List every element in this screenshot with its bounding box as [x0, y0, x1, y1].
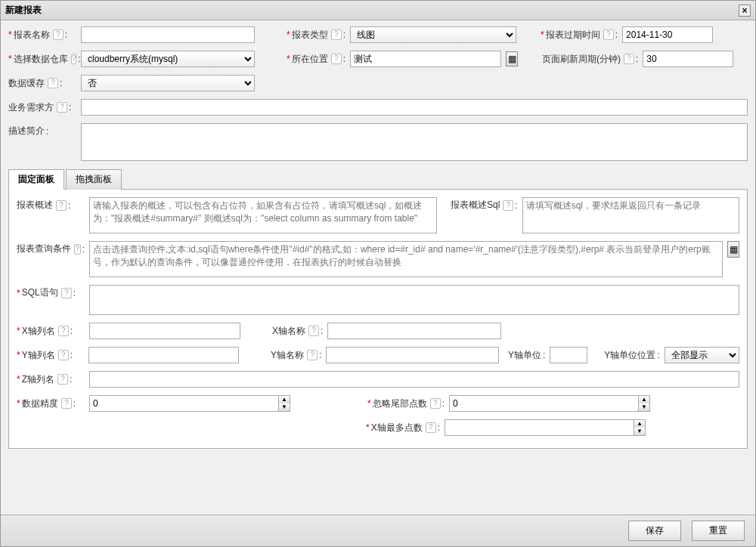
- dialog-body: *报表名称?: *报表类型?: 线图 *报表过期时间?: *选择数据仓库?: c…: [1, 20, 755, 515]
- z-col-input[interactable]: [89, 371, 739, 388]
- y-unit-pos-select[interactable]: 全部显示: [665, 347, 739, 363]
- y-unit-input[interactable]: [550, 347, 587, 363]
- titlebar: 新建报表 ×: [1, 1, 755, 20]
- expire-time-input[interactable]: [622, 26, 713, 43]
- datawarehouse-select[interactable]: cloudberry系统(mysql): [81, 51, 255, 67]
- x-max-points-input[interactable]: [445, 419, 634, 436]
- data-precision-input[interactable]: [89, 395, 278, 412]
- spinner-up-icon[interactable]: ▲: [634, 420, 645, 428]
- dialog-title: 新建报表: [5, 4, 42, 17]
- y-col-input[interactable]: [88, 347, 239, 363]
- x-col-label: *X轴列名?:: [17, 325, 85, 338]
- ignore-tail-input[interactable]: [449, 395, 638, 412]
- location-label: *所在位置?:: [287, 53, 345, 66]
- desc-intro-label: 描述简介:: [8, 123, 76, 138]
- x-axis-name-input[interactable]: [327, 323, 501, 339]
- fixed-panel: 报表概述?: 报表概述Sql?: 报表查询条件?: ▦ *SQL语句?: *X轴…: [8, 190, 748, 449]
- data-precision-spinner[interactable]: ▲▼: [89, 395, 290, 412]
- query-cond-picker-icon[interactable]: ▦: [727, 241, 739, 258]
- report-desc-label: 报表概述?:: [17, 197, 85, 212]
- close-icon[interactable]: ×: [739, 5, 751, 17]
- dialog-window: 新建报表 × *报表名称?: *报表类型?: 线图 *报表过期时间?: *选择数…: [0, 0, 756, 547]
- bottom-bar: 保存 重置: [1, 515, 755, 546]
- report-type-label: *报表类型?:: [287, 29, 345, 42]
- sql-stmt-label: *SQL语句?:: [17, 285, 85, 299]
- spinner-down-icon[interactable]: ▼: [634, 428, 645, 435]
- x-axis-name-label: X轴名称?:: [272, 325, 323, 338]
- data-cache-select[interactable]: 否: [81, 75, 255, 91]
- expire-time-label: *报表过期时间?:: [541, 29, 618, 42]
- ignore-tail-label: *忽略尾部点数?:: [367, 397, 445, 410]
- spinner-down-icon[interactable]: ▼: [279, 403, 290, 411]
- tabs: 固定面板 拖拽面板: [8, 168, 748, 190]
- refresh-cycle-input[interactable]: [643, 51, 733, 67]
- y-unit-pos-label: Y轴单位位置:: [604, 349, 659, 362]
- sql-stmt-input[interactable]: [89, 285, 739, 315]
- tab-fixed-panel[interactable]: 固定面板: [8, 169, 64, 190]
- tab-drag-panel[interactable]: 拖拽面板: [66, 169, 122, 190]
- desc-intro-input[interactable]: [81, 123, 748, 161]
- datawarehouse-label: *选择数据仓库?:: [8, 53, 76, 66]
- spinner-down-icon[interactable]: ▼: [639, 403, 649, 411]
- report-name-input[interactable]: [81, 26, 255, 43]
- ignore-tail-spinner[interactable]: ▲▼: [449, 395, 650, 412]
- refresh-cycle-label: 页面刷新周期(分钟)?:: [542, 53, 638, 66]
- x-max-points-label: *X轴最多点数?:: [366, 422, 440, 434]
- x-col-input[interactable]: [89, 323, 240, 339]
- report-name-label: *报表名称?:: [8, 29, 76, 42]
- x-max-points-spinner[interactable]: ▲▼: [445, 419, 646, 436]
- y-axis-name-label: Y轴名称?:: [271, 349, 321, 362]
- report-desc-input[interactable]: [89, 197, 437, 233]
- spinner-up-icon[interactable]: ▲: [279, 396, 290, 403]
- query-cond-label: 报表查询条件?:: [17, 241, 85, 255]
- save-button[interactable]: 保存: [628, 521, 681, 541]
- z-col-label: *Z轴列名?:: [17, 373, 85, 386]
- data-precision-label: *数据精度?:: [17, 397, 85, 410]
- report-type-select[interactable]: 线图: [350, 26, 516, 43]
- report-desc-sql-label: 报表概述Sql?:: [451, 197, 518, 212]
- business-demand-label: 业务需求方?:: [8, 101, 76, 114]
- business-demand-input[interactable]: [81, 99, 748, 116]
- data-cache-label: 数据缓存?:: [8, 77, 76, 90]
- report-desc-sql-input[interactable]: [522, 197, 739, 233]
- query-cond-input[interactable]: [89, 241, 723, 277]
- y-unit-label: Y轴单位:: [508, 349, 545, 362]
- spinner-up-icon[interactable]: ▲: [639, 396, 649, 403]
- reset-button[interactable]: 重置: [692, 521, 745, 541]
- location-input[interactable]: [350, 51, 501, 67]
- y-col-label: *Y轴列名?:: [17, 349, 84, 362]
- y-axis-name-input[interactable]: [326, 347, 499, 363]
- location-picker-icon[interactable]: ▦: [506, 51, 518, 66]
